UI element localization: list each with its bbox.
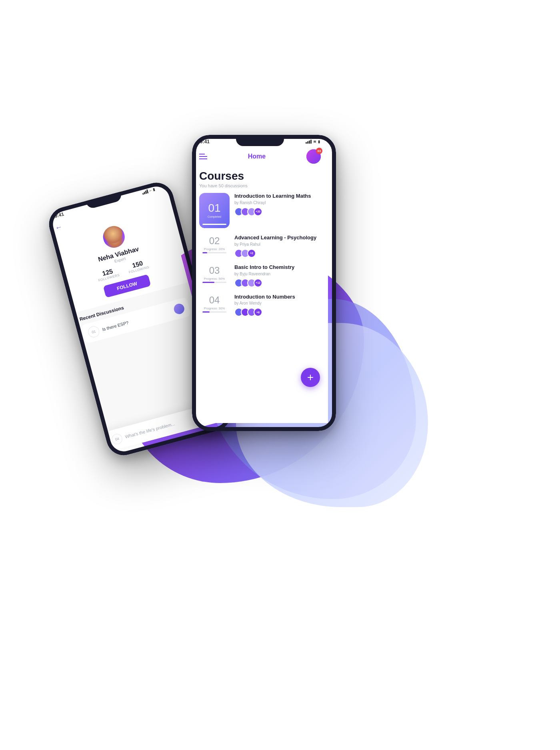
course-info-2: Advanced Learning - Psychology by Priya …: [234, 235, 321, 258]
notch-front: [236, 135, 284, 146]
signal-icon-front: [306, 140, 312, 144]
course-progress-label-4: Progress: 30%: [204, 307, 225, 310]
notification-badge: 03: [316, 148, 322, 154]
course-thumb-1: 01 Completed: [199, 193, 230, 228]
disc-number: 01: [87, 325, 100, 339]
course-progress-thin-fill-3: [202, 282, 214, 283]
phone-front: 9:41 ≋ ▮: [192, 135, 336, 431]
course-name-4: Introduction to Numbers: [234, 294, 321, 301]
avatar-container: 03: [306, 149, 321, 164]
course-item-3[interactable]: 03 Progress: 50% Basic Intro to Chemistr…: [199, 264, 321, 287]
wifi-icon-front: ≋: [313, 140, 316, 144]
course-avatars-4: +8: [234, 308, 321, 317]
course-info-4: Introduction to Numbers by Aron Wendy +8: [234, 294, 321, 317]
course-avatars-3: +12: [234, 279, 321, 287]
hamburger-line-2: [199, 156, 207, 157]
course-name-3: Basic Intro to Chemistry: [234, 264, 321, 271]
course-avatars-2: +2: [234, 249, 321, 258]
status-time-back: 9:41: [54, 211, 65, 219]
course-author-2: by Priya Rahul: [234, 242, 321, 247]
course-item-2[interactable]: 02 Progress: 20% Advanced Learning - Psy…: [199, 235, 321, 258]
menu-button[interactable]: [199, 154, 207, 159]
main-scene: 9:41 ⌐ ▮ ← Neha Via: [100, 95, 460, 655]
course-num-3: 03: [209, 266, 220, 275]
course-item-4[interactable]: 04 Progress: 30% Introduction to Numbers…: [199, 294, 321, 317]
course-author-1: by Ranish Chirayl: [234, 201, 321, 205]
bottom-disc-number: 04: [111, 433, 124, 445]
course-author-3: by Byju Raveendran: [234, 272, 321, 276]
avatar-more-1: +20: [254, 207, 262, 216]
wifi-icon-back: ⌐: [149, 189, 152, 193]
course-author-4: by Aron Wendy: [234, 301, 321, 305]
courses-title-section: Courses You have 50 discussions: [192, 166, 328, 190]
course-progress-thin-3: [202, 282, 226, 283]
course-progress-thin-fill-2: [202, 252, 207, 253]
course-num-2: 02: [209, 236, 220, 246]
course-item-1[interactable]: 01 Completed Introduction to Learning Ma…: [199, 193, 321, 228]
course-progress-label-3: Progress: 50%: [204, 277, 225, 281]
hamburger-line-1: [199, 154, 205, 154]
course-info-3: Basic Intro to Chemistry by Byju Raveend…: [234, 264, 321, 287]
status-icons-front: ≋ ▮: [306, 140, 320, 144]
courses-header: Home 03: [192, 146, 328, 166]
courses-main-title: Courses: [199, 170, 321, 182]
course-completed-label: Completed: [208, 215, 221, 218]
course-num-section-4: 04 Progress: 30%: [199, 294, 230, 313]
avatar-more-4: +8: [254, 308, 262, 317]
course-list: 01 Completed Introduction to Learning Ma…: [192, 190, 328, 327]
course-progress-bar-1: [202, 224, 226, 225]
stat-following: 150 FOLLOWING: [126, 258, 150, 274]
avatar-more-2: +2: [247, 249, 256, 258]
course-progress-thin-2: [202, 252, 226, 253]
header-home-label: Home: [248, 153, 266, 160]
battery-icon-back: ▮: [152, 187, 155, 192]
course-progress-thin-4: [202, 311, 226, 313]
disc-avatar: [173, 303, 186, 315]
course-info-1: Introduction to Learning Maths by Ranish…: [234, 193, 321, 216]
course-avatars-1: +20: [234, 207, 321, 216]
course-progress-thin-fill-4: [202, 311, 210, 313]
course-progress-label-2: Progress: 20%: [204, 247, 225, 251]
course-name-2: Advanced Learning - Psychology: [234, 235, 321, 241]
avatar-more-3: +12: [254, 279, 262, 287]
course-num-1: 01: [208, 203, 220, 214]
course-progress-fill-1: [202, 224, 226, 225]
profile-avatar: [99, 222, 128, 251]
status-icons-back: ⌐ ▮: [142, 187, 156, 195]
course-name-1: Introduction to Learning Maths: [234, 193, 321, 200]
course-num-section-2: 02 Progress: 20%: [199, 235, 230, 253]
courses-screen: 9:41 ≋ ▮: [192, 135, 328, 423]
course-num-4: 04: [209, 295, 220, 305]
course-num-section-3: 03 Progress: 50%: [199, 264, 230, 283]
bottom-disc-text: What's the life's problem...: [124, 421, 175, 439]
signal-icon-back: [142, 189, 148, 195]
fab-add-button[interactable]: +: [301, 368, 320, 387]
stat-followers: 125 FOLLOWERS: [96, 266, 120, 282]
hamburger-line-3: [199, 158, 207, 159]
courses-subtitle: You have 50 discussions: [199, 183, 321, 188]
status-time-front: 9:41: [200, 139, 210, 144]
battery-icon-front: ▮: [318, 140, 320, 144]
back-arrow-icon[interactable]: ←: [54, 223, 63, 233]
